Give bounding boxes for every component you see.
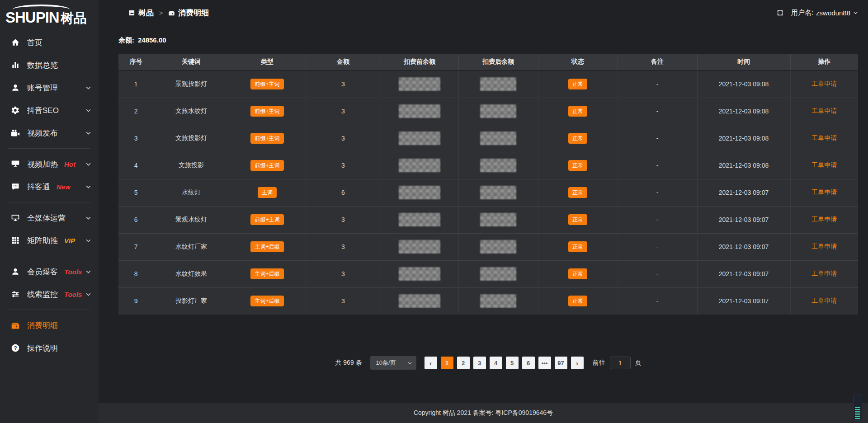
sidebar-item-data-overview[interactable]: 数据总览 bbox=[0, 54, 99, 76]
page-size-select[interactable]: 10条/页 bbox=[370, 356, 416, 370]
cell-type: 前缀+主词 bbox=[229, 98, 306, 125]
menu-divider bbox=[8, 148, 90, 149]
column-header: 备注 bbox=[618, 54, 697, 70]
cell-remark: - bbox=[618, 125, 697, 152]
work-order-link[interactable]: 工单申请 bbox=[811, 297, 837, 304]
cell-type: 主词+后缀 bbox=[229, 233, 306, 260]
chevron-down-icon bbox=[85, 130, 91, 136]
work-order-link[interactable]: 工单申请 bbox=[811, 270, 837, 277]
cell-time: 2021-12-03 09:07 bbox=[697, 206, 790, 233]
cell-action: 工单申请 bbox=[790, 98, 858, 125]
cell-amount: 3 bbox=[306, 98, 381, 125]
sidebar-item-media-operation[interactable]: 全媒体运营 bbox=[0, 207, 99, 229]
cell-remark: - bbox=[618, 233, 697, 260]
sidebar-item-label: 会员爆客 bbox=[27, 267, 58, 277]
logo-text-cn: 树品 bbox=[61, 11, 87, 25]
page-button-2[interactable]: 2 bbox=[457, 357, 470, 369]
redacted-balance-after bbox=[480, 159, 516, 172]
monitor-icon bbox=[11, 213, 20, 222]
chevron-down-icon bbox=[85, 184, 91, 190]
work-order-link[interactable]: 工单申请 bbox=[811, 188, 837, 196]
breadcrumb-item-current[interactable]: 消费明细 bbox=[168, 8, 209, 18]
goto-page-input[interactable] bbox=[610, 357, 631, 369]
cell-status: 正常 bbox=[538, 206, 618, 233]
page-button-6[interactable]: 6 bbox=[522, 357, 535, 369]
cell-keyword: 水纹灯厂家 bbox=[154, 233, 229, 260]
cell-time: 2021-12-03 09:07 bbox=[697, 260, 790, 287]
topbar: 树品 > 消费明细 用户名: zswodun88 bbox=[99, 0, 868, 26]
cell-status: 正常 bbox=[538, 70, 618, 98]
page-button-5[interactable]: 5 bbox=[506, 357, 519, 369]
page-button-4[interactable]: 4 bbox=[490, 357, 502, 369]
cell-remark: - bbox=[618, 179, 697, 206]
cell-amount: 3 bbox=[306, 70, 381, 98]
sidebar-item-label: 账号管理 bbox=[27, 83, 58, 93]
redacted-balance-after bbox=[480, 213, 516, 226]
cell-amount: 3 bbox=[306, 152, 381, 179]
page-button-3[interactable]: 3 bbox=[473, 357, 486, 369]
sidebar-item-video-publish[interactable]: 视频发布 bbox=[0, 122, 99, 144]
table-row: 6 景观水纹灯 前缀+主词 3 正常 - 2021-12-03 09:07 工单… bbox=[118, 206, 858, 233]
user-menu[interactable]: 用户名: zswodun88 bbox=[791, 9, 858, 17]
chevron-down-icon bbox=[85, 238, 91, 244]
sidebar-item-douketong[interactable]: 抖客通 New bbox=[0, 175, 99, 198]
redacted-balance-after bbox=[480, 294, 516, 308]
fullscreen-icon[interactable] bbox=[776, 9, 784, 17]
bar-chart-icon bbox=[11, 61, 20, 70]
cell-balance-after bbox=[458, 98, 538, 125]
sidebar-item-lead-monitor[interactable]: 线索监控 Tools bbox=[0, 283, 99, 306]
sidebar-item-matrix-boost[interactable]: 矩阵助推 VIP bbox=[0, 229, 99, 252]
table-row: 7 水纹灯厂家 主词+后缀 3 正常 - 2021-12-03 09:07 工单… bbox=[118, 233, 858, 260]
cell-keyword: 水纹灯 bbox=[154, 179, 229, 206]
sidebar-item-member-burst[interactable]: 会员爆客 Tools bbox=[0, 260, 99, 283]
page-button-1[interactable]: 1 bbox=[441, 357, 453, 369]
sidebar-item-operation-guide[interactable]: ? 操作说明 bbox=[0, 337, 99, 359]
sidebar-item-label: 抖客通 bbox=[27, 182, 50, 192]
sidebar-item-video-heat[interactable]: 视频加热 Hot bbox=[0, 153, 99, 175]
column-header: 时间 bbox=[697, 54, 790, 70]
work-order-link[interactable]: 工单申请 bbox=[811, 107, 837, 114]
column-header: 操作 bbox=[790, 54, 858, 70]
breadcrumb-item-home[interactable]: 树品 bbox=[128, 8, 154, 18]
cell-balance-before bbox=[381, 125, 458, 152]
total-count: 共 969 条 bbox=[335, 359, 362, 367]
sidebar-item-home[interactable]: 首页 bbox=[0, 31, 99, 54]
prev-page-button[interactable]: ‹ bbox=[425, 357, 437, 369]
balance-value: 24856.00 bbox=[138, 36, 166, 44]
sidebar-item-label: 操作说明 bbox=[27, 343, 58, 353]
cell-balance-after bbox=[458, 260, 538, 287]
status-badge: 正常 bbox=[568, 268, 587, 279]
page-button-97[interactable]: 97 bbox=[555, 357, 567, 369]
work-order-link[interactable]: 工单申请 bbox=[811, 80, 837, 87]
cell-balance-after bbox=[458, 152, 538, 179]
redacted-balance-before bbox=[399, 104, 440, 118]
cell-keyword: 投影灯厂家 bbox=[154, 287, 229, 315]
more-pages-button[interactable]: ••• bbox=[538, 357, 551, 369]
sidebar-item-account-management[interactable]: 账号管理 bbox=[0, 76, 99, 99]
work-order-link[interactable]: 工单申请 bbox=[811, 134, 837, 141]
cell-time: 2021-12-03 09:07 bbox=[697, 179, 790, 206]
copyright-text: Copyright 树品 2021 备案号: 粤ICP备09019646号 bbox=[414, 409, 553, 417]
status-badge: 正常 bbox=[568, 79, 587, 89]
work-order-link[interactable]: 工单申请 bbox=[811, 243, 837, 250]
work-order-link[interactable]: 工单申请 bbox=[811, 216, 837, 223]
chevron-down-icon bbox=[85, 215, 91, 221]
cell-index: 9 bbox=[118, 287, 154, 315]
cell-remark: - bbox=[618, 98, 697, 125]
cell-index: 5 bbox=[118, 179, 154, 206]
work-order-link[interactable]: 工单申请 bbox=[811, 161, 837, 169]
sidebar-item-badge: Hot bbox=[64, 160, 75, 168]
sidebar-item-douyin-seo[interactable]: 抖音SEO bbox=[0, 99, 99, 122]
consumption-table: 序号关键词类型金额扣费前余额扣费后余额状态备注时间操作 1 景观投影灯 前缀+主… bbox=[118, 54, 858, 315]
cell-balance-after bbox=[458, 125, 538, 152]
cell-action: 工单申请 bbox=[790, 152, 858, 179]
type-badge: 前缀+主词 bbox=[250, 79, 283, 89]
sidebar-item-consumption-detail[interactable]: 消费明细 bbox=[0, 314, 99, 337]
type-badge: 前缀+主词 bbox=[250, 214, 283, 225]
cell-action: 工单申请 bbox=[790, 179, 858, 206]
cell-keyword: 文旅水纹灯 bbox=[154, 98, 229, 125]
redacted-balance-after bbox=[480, 77, 516, 91]
next-page-button[interactable]: › bbox=[571, 357, 584, 369]
sidebar-item-label: 首页 bbox=[27, 38, 42, 48]
cell-status: 正常 bbox=[538, 98, 618, 125]
